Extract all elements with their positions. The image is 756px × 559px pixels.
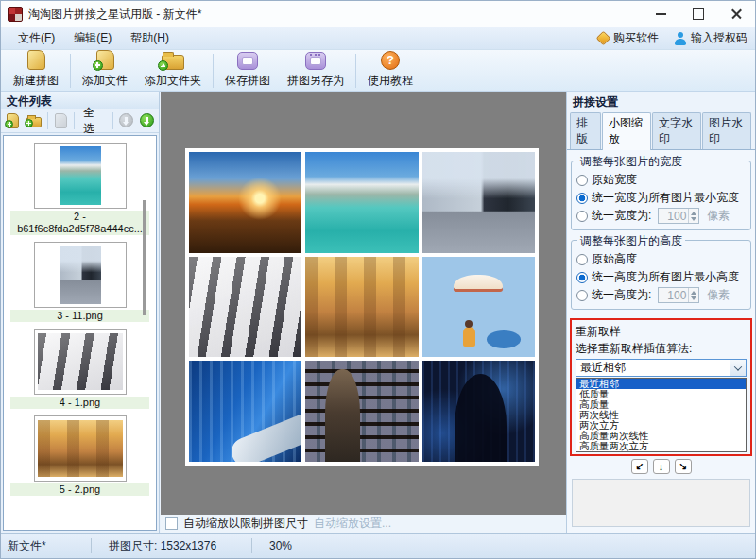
radio-original-width[interactable]: 原始宽度	[576, 172, 746, 188]
radio-icon-checked[interactable]	[576, 272, 588, 283]
file-name: 5 - 2.png	[10, 483, 149, 496]
window-title: 淘淘图片拼接之星试用版 - 新文件*	[28, 7, 201, 23]
minimize-icon[interactable]	[642, 1, 679, 27]
arrow-down-left-icon[interactable]: ↙	[631, 459, 648, 474]
list-add-folder-button[interactable]	[26, 110, 43, 131]
buy-software-label: 购买软件	[613, 30, 659, 46]
width-group-title: 调整每张图片的宽度	[577, 154, 685, 170]
menu-help[interactable]: 帮助(H)	[121, 27, 179, 49]
save-as-button[interactable]: 拼图另存为	[279, 51, 352, 91]
stepper-arrows[interactable]	[688, 209, 698, 223]
tutorial-button[interactable]: ? 使用教程	[359, 51, 421, 91]
add-file-icon	[96, 50, 114, 70]
new-collage-button[interactable]: 新建拼图	[5, 51, 67, 91]
collage-cell-sunset[interactable]	[189, 152, 301, 253]
radio-min-height[interactable]: 统一高度为所有图片最小高度	[576, 269, 746, 285]
move-up-button[interactable]	[117, 110, 134, 131]
dropdown-option-high[interactable]: 高质量	[576, 399, 746, 410]
app-window: 淘淘图片拼接之星试用版 - 新文件* 文件(F) 编辑(E) 帮助(H) 购买软…	[0, 0, 756, 559]
radio-icon[interactable]	[576, 175, 588, 186]
plus-badge-icon	[25, 119, 33, 127]
collage-cell-digitalhead[interactable]	[422, 361, 535, 462]
interpolation-combobox[interactable]: 最近相邻	[576, 359, 747, 377]
stepper-down-icon[interactable]	[691, 217, 696, 221]
collage-cell-robot[interactable]	[189, 361, 301, 462]
collage-cell-illustration[interactable]	[422, 257, 535, 358]
arrow-down-icon[interactable]: ↓	[653, 459, 670, 474]
radio-original-height[interactable]: 原始高度	[576, 251, 746, 267]
height-unit-label: 像素	[707, 287, 730, 303]
maximize-icon[interactable]	[679, 1, 717, 27]
dropdown-option-bicubic[interactable]: 两次立方	[576, 420, 746, 431]
radio-custom-height[interactable]: 统一高度为: 100 像素	[576, 287, 746, 303]
move-down-button[interactable]	[138, 110, 155, 131]
collage-cell-street[interactable]	[422, 152, 535, 253]
radio-min-width[interactable]: 统一宽度为所有图片最小宽度	[576, 190, 746, 206]
width-value-stepper[interactable]: 100	[658, 208, 699, 224]
radio-icon[interactable]	[576, 254, 588, 265]
add-file-button[interactable]: 添加文件	[74, 51, 136, 91]
menu-bar: 文件(F) 编辑(E) 帮助(H) 购买软件 输入授权码	[1, 27, 755, 50]
radio-icon-checked[interactable]	[576, 193, 588, 204]
collage-cell-lake[interactable]	[305, 152, 418, 253]
select-all-button[interactable]: 全选	[79, 103, 107, 139]
arrow-down-right-icon[interactable]: ↘	[675, 459, 692, 474]
close-icon[interactable]	[717, 1, 755, 27]
tab-image-watermark[interactable]: 图片水印	[702, 112, 751, 149]
tab-text-watermark[interactable]: 文字水印	[652, 112, 701, 149]
status-filename: 新文件*	[8, 538, 91, 554]
stepper-down-icon[interactable]	[691, 296, 696, 300]
file-name: 2 - b61f6c8fda2d5f78a444cc...	[10, 211, 149, 235]
person-illustration	[463, 327, 475, 347]
toolbar-separator	[74, 112, 75, 129]
autoscale-checkbox[interactable]	[165, 517, 178, 530]
status-bar: 新文件* 拼图尺寸: 1532x1376 30%	[1, 533, 755, 558]
tab-image-scaling[interactable]: 小图缩放	[602, 112, 651, 150]
enter-license-button[interactable]: 输入授权码	[674, 30, 747, 46]
dropdown-option-bilinear[interactable]: 两次线性	[576, 410, 746, 420]
thumbnail-image-bench	[38, 420, 123, 477]
combobox-dropdown-button[interactable]	[730, 360, 746, 376]
radio-icon[interactable]	[576, 290, 588, 301]
thumbnail[interactable]	[34, 143, 127, 209]
list-remove-file-button[interactable]	[52, 110, 69, 131]
status-collage-size: 拼图尺寸: 1532x1376	[100, 538, 251, 554]
save-collage-button[interactable]: 保存拼图	[216, 51, 279, 91]
user-icon	[674, 32, 686, 45]
toolbar-separator	[70, 54, 71, 88]
list-item[interactable]: 4 - 1.png	[4, 329, 156, 409]
radio-icon[interactable]	[576, 211, 588, 222]
dropdown-option-nearest[interactable]: 最近相邻	[576, 379, 746, 389]
list-item[interactable]: 3 - 11.png	[4, 242, 156, 322]
add-folder-button[interactable]: 添加文件夹	[136, 51, 210, 91]
stepper-up-icon[interactable]	[691, 212, 696, 215]
add-folder-icon	[26, 117, 42, 127]
autoscale-settings-link[interactable]: 自动缩放设置...	[314, 516, 391, 532]
dropdown-option-hq-bicubic[interactable]: 高质量两次立方	[576, 441, 746, 451]
stepper-up-icon[interactable]	[691, 291, 696, 295]
buy-software-button[interactable]: 购买软件	[598, 30, 659, 46]
scrollbar-thumb[interactable]	[143, 200, 146, 315]
autoscale-label[interactable]: 自动缩放以限制拼图尺寸	[183, 516, 308, 532]
menu-file[interactable]: 文件(F)	[9, 27, 64, 49]
dropdown-option-low[interactable]: 低质量	[576, 389, 746, 399]
collage-cell-piano[interactable]	[189, 257, 301, 358]
file-name: 3 - 11.png	[10, 310, 149, 322]
stepper-arrows[interactable]	[688, 288, 698, 302]
list-item[interactable]: 2 - b61f6c8fda2d5f78a444cc...	[4, 143, 156, 235]
menu-edit[interactable]: 编辑(E)	[64, 27, 121, 49]
dropdown-option-hq-bilinear[interactable]: 高质量两次线性	[576, 431, 746, 441]
add-folder-label: 添加文件夹	[145, 73, 201, 89]
radio-custom-width[interactable]: 统一宽度为: 100 像素	[576, 208, 746, 224]
list-item[interactable]: 5 - 2.png	[4, 415, 156, 496]
collage-cell-bench[interactable]	[305, 257, 418, 358]
direction-buttons: ↙ ↓ ↘	[570, 459, 752, 474]
tab-layout[interactable]: 排版	[570, 112, 601, 149]
arrow-down-circle-icon	[140, 113, 154, 127]
thumbnail[interactable]	[34, 415, 127, 482]
height-value-stepper[interactable]: 100	[658, 287, 699, 303]
collage-cell-videowall[interactable]	[305, 361, 418, 462]
thumbnail[interactable]	[34, 242, 127, 308]
list-add-file-button[interactable]	[5, 110, 22, 131]
thumbnail[interactable]	[34, 329, 127, 395]
